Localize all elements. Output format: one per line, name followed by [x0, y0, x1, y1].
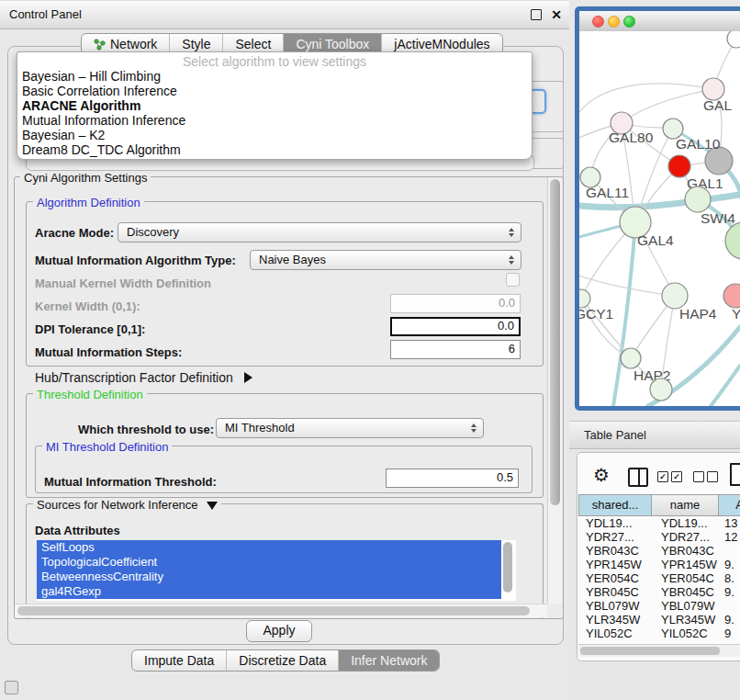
table-horizontal-scrollbar[interactable] [578, 644, 740, 657]
mi-steps-label: Mutual Information Steps: [35, 345, 182, 359]
table-column-header[interactable]: shared... [578, 494, 652, 516]
document-icon[interactable] [730, 463, 740, 486]
algorithm-option[interactable]: ARACNE Algorithm [17, 98, 532, 113]
gear-icon[interactable]: ⚙ [593, 464, 610, 486]
dpi-tolerance-field[interactable]: 0.0 [390, 317, 521, 336]
table-cell: YBL079W [652, 599, 719, 613]
table-cell: YBL079W [578, 599, 652, 613]
sources-group-title[interactable]: Sources for Network Inference [33, 498, 221, 512]
settings-horizontal-scrollbar-thumb[interactable] [17, 606, 530, 615]
network-node-gal1[interactable] [668, 155, 690, 177]
table-cell: YDL19... [652, 516, 719, 530]
data-attribute-item[interactable]: gal4RGexp [37, 584, 501, 599]
mi-threshold-field[interactable]: 0.5 [386, 469, 519, 488]
table-row[interactable]: YDR27...YDR27...12 [578, 530, 740, 544]
settings-vertical-scrollbar[interactable] [547, 177, 562, 604]
network-node-y[interactable] [723, 284, 740, 308]
algorithm-option[interactable]: Bayesian – Hill Climbing [17, 69, 532, 84]
settings-horizontal-scrollbar[interactable] [15, 604, 547, 617]
table-row[interactable]: YER054CYER054C8. [578, 571, 740, 585]
which-threshold-label: Which threshold to use: [78, 423, 214, 436]
checked-checkbox-icon[interactable]: ✓ [657, 471, 668, 482]
table-row[interactable]: YPR145WYPR145W9. [578, 558, 740, 571]
network-edge[interactable] [579, 84, 713, 112]
data-attribute-item[interactable]: TopologicalCoefficient [37, 555, 501, 570]
data-attribute-item[interactable]: SelfLoops [37, 540, 501, 555]
table-cell: 9 [719, 627, 740, 640]
table-cell: YDR27... [578, 530, 652, 544]
node-label: GAL4 [637, 232, 674, 248]
checked-checkbox-icon[interactable]: ✓ [671, 471, 682, 482]
network-node[interactable] [725, 222, 740, 259]
network-node[interactable] [727, 31, 740, 48]
network-edge[interactable] [711, 366, 740, 406]
network-node-hap2[interactable] [621, 348, 641, 368]
table-cell: YIL052C [578, 627, 652, 640]
table-row[interactable]: YLR345WYLR345W9. [578, 613, 740, 627]
table-cell: YDL19... [578, 516, 652, 530]
tab-label: Infer Network [351, 651, 427, 671]
network-node-swi4[interactable] [685, 186, 711, 212]
network-node[interactable] [650, 378, 672, 401]
control-panel-window: Control Panel ✕ NetworkStyleSelectCyni T… [0, 0, 569, 700]
algorithm-dropdown-list: Select algorithm to view settings Bayesi… [17, 51, 533, 160]
network-edge[interactable] [622, 89, 713, 123]
table-column-header[interactable]: A [719, 494, 740, 516]
mi-algorithm-type-combobox[interactable]: Naive Bayes [250, 250, 521, 270]
network-edge[interactable] [613, 222, 635, 406]
hub-definition-expander[interactable]: Hub/Transcription Factor Definition [35, 370, 252, 385]
tab-infer-network[interactable]: Infer Network [338, 650, 439, 671]
table-row[interactable]: YDL19...YDL19...13 [578, 516, 740, 530]
screen: Control Panel ✕ NetworkStyleSelectCyni T… [0, 0, 740, 700]
unchecked-checkbox-icon[interactable] [707, 471, 718, 482]
network-node-hap4[interactable] [662, 283, 688, 309]
panel-corner-icon[interactable] [5, 681, 18, 694]
table-header-row: shared...nameA [578, 494, 740, 516]
table-cell: YBR043C [578, 544, 652, 558]
algorithm-option[interactable]: Basic Correlation Inference [17, 84, 532, 98]
manual-kernel-width-checkbox[interactable] [506, 273, 520, 287]
float-window-icon[interactable] [531, 9, 542, 20]
table-horizontal-scrollbar-thumb[interactable] [580, 647, 720, 655]
zoom-traffic-light-icon[interactable] [623, 16, 635, 28]
attributes-list-scrollbar[interactable] [503, 542, 512, 593]
close-traffic-light-icon[interactable] [592, 16, 604, 28]
table-cell: YPR145W [652, 558, 719, 571]
split-columns-icon[interactable] [628, 468, 648, 487]
node-label: GAL80 [609, 130, 654, 145]
table-row[interactable]: YBR045CYBR045C9. [578, 585, 740, 599]
table-column-header[interactable]: name [652, 494, 719, 516]
which-threshold-combobox[interactable]: MI Threshold [216, 418, 484, 438]
mi-threshold-definition-title: MI Threshold Definition [42, 440, 172, 454]
algorithm-option[interactable]: Mutual Information Inference [17, 113, 532, 128]
algorithm-option[interactable]: Dream8 DC_TDC Algorithm [17, 142, 532, 157]
table-row[interactable]: YIL052CYIL052C9 [578, 627, 740, 640]
table-cell: YDR27... [652, 530, 719, 544]
settings-vertical-scrollbar-thumb[interactable] [550, 179, 560, 505]
table-row[interactable]: YBL079WYBL079W [578, 599, 740, 613]
algorithm-option[interactable]: Bayesian – K2 [17, 128, 532, 142]
kernel-width-field[interactable]: 0.0 [390, 294, 521, 313]
apply-button[interactable]: Apply [246, 620, 312, 642]
sources-title-label: Sources for Network Inference [37, 498, 198, 512]
mi-steps-field[interactable]: 6 [390, 340, 521, 359]
table-cell: 9. [719, 585, 740, 599]
data-attribute-item[interactable]: BetweennessCentrality [37, 570, 501, 584]
network-window-titlebar[interactable] [579, 11, 740, 32]
table-cell: YER054C [578, 571, 652, 585]
table-cell: YER054C [652, 571, 719, 585]
network-node-gcy1[interactable] [579, 289, 590, 308]
close-icon[interactable]: ✕ [551, 6, 562, 24]
network-canvas[interactable]: GALGAL80GAL10GAL1GAL11SWI4GAL4GCY1HAP4YH… [579, 31, 740, 406]
minimize-traffic-light-icon[interactable] [608, 16, 620, 28]
cyni-algorithm-settings-title: Cyni Algorithm Settings [20, 171, 151, 185]
node-label: GAL11 [586, 185, 629, 200]
table-row[interactable]: YBR043CYBR043C [578, 544, 740, 558]
aracne-mode-value: Discovery [127, 225, 179, 239]
mi-algorithm-type-value: Naive Bayes [259, 253, 326, 266]
unchecked-checkbox-icon[interactable] [693, 471, 704, 482]
hub-definition-label: Hub/Transcription Factor Definition [35, 370, 233, 385]
aracne-mode-combobox[interactable]: Discovery [118, 222, 521, 243]
tab-impute-data[interactable]: Impute Data [132, 650, 226, 671]
tab-discretize-data[interactable]: Discretize Data [226, 650, 338, 671]
